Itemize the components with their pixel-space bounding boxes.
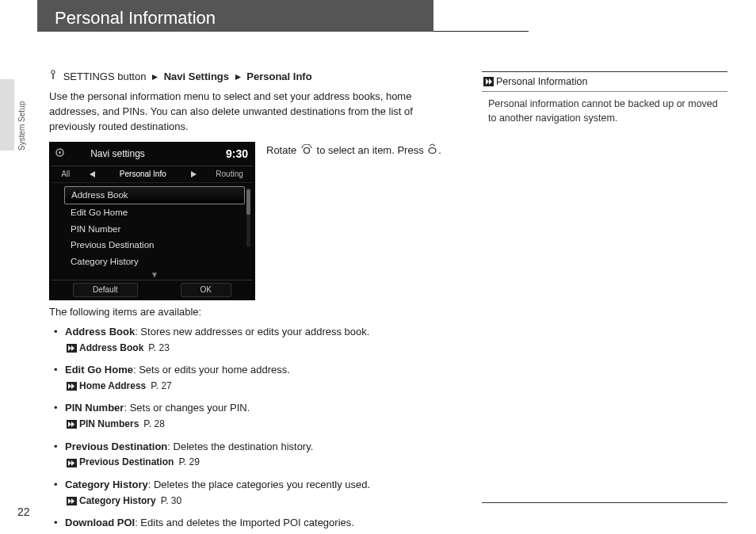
sidebar-body: Personal information cannot be backed up… (482, 92, 727, 130)
breadcrumb-step-2: Navi Settings (164, 71, 229, 82)
feature-list: Address Book: Stores new addresses or ed… (54, 325, 453, 534)
xref-icon (67, 382, 77, 391)
instruction-text: Rotate to select an item. Press . (266, 142, 453, 159)
svg-rect-1 (52, 74, 53, 79)
sidebar-title: Personal Information (496, 74, 587, 89)
page-header: Personal Information (37, 0, 529, 32)
chevron-left-icon (90, 169, 96, 181)
device-menu-item: PIN Number (64, 221, 245, 238)
svg-point-0 (52, 71, 55, 74)
device-tabs: All Personal Info Routing (52, 166, 253, 184)
rotate-dial-icon (300, 144, 313, 159)
triangle-right-icon (235, 74, 242, 81)
cross-reference: Previous DestinationP. 29 (67, 456, 453, 469)
svg-marker-2 (152, 74, 158, 80)
device-screenshot: Navi settings 9:30 All Personal Info Rou… (49, 142, 255, 300)
section-tab-label: System Setup (17, 101, 29, 151)
chevron-right-icon (190, 169, 197, 181)
device-menu-item: Category History (64, 254, 245, 270)
xref-icon (67, 344, 77, 353)
section-tab-bg (0, 79, 14, 151)
intro-paragraph: Use the personal information menu to sel… (49, 90, 453, 135)
breadcrumb-step-1: SETTINGS button (63, 71, 147, 82)
list-item: Address Book: Stores new addresses or ed… (54, 325, 453, 355)
cross-reference: Home AddressP. 27 (67, 380, 453, 393)
xref-icon (67, 459, 77, 467)
device-menu-item: Previous Destination (64, 237, 245, 254)
list-item: Edit Go Home: Sets or edits your home ad… (54, 363, 453, 393)
device-menu-list: Address Book Edit Go Home PIN Number Pre… (52, 183, 253, 279)
svg-marker-7 (191, 171, 197, 177)
svg-marker-6 (90, 171, 95, 177)
device-tab-center: Personal Info (115, 169, 171, 181)
press-dial-icon (427, 143, 437, 159)
page-title: Personal Information (37, 0, 433, 32)
cross-reference: PIN NumbersP. 28 (67, 418, 453, 431)
device-scrollbar (246, 188, 250, 247)
svg-marker-3 (235, 74, 241, 80)
sidebar-heading: Personal Information (482, 72, 727, 92)
list-intro: The following items are available: (49, 305, 453, 320)
settings-button-icon (49, 70, 57, 86)
xref-icon (67, 420, 77, 429)
device-tab-right: Routing (216, 169, 242, 181)
breadcrumb: SETTINGS button Navi Settings Personal I… (49, 70, 453, 86)
device-menu-item: Address Book (64, 186, 245, 204)
device-header-title: Navi settings (90, 147, 145, 161)
device-clock: 9:30 (226, 146, 248, 162)
device-menu-item: Edit Go Home (64, 204, 245, 221)
note-icon (483, 77, 494, 86)
list-item: Previous Destination: Deletes the destin… (54, 440, 453, 470)
device-default-button: Default (73, 283, 138, 298)
chevron-down-icon: ▼ (64, 272, 245, 278)
main-content: SETTINGS button Navi Settings Personal I… (49, 70, 453, 534)
triangle-right-icon (151, 74, 158, 81)
gear-icon (55, 147, 65, 162)
list-item: Category History: Deletes the place cate… (54, 478, 453, 508)
svg-point-8 (304, 147, 309, 153)
device-tab-left: All (61, 169, 70, 181)
cross-reference: Category HistoryP. 30 (67, 494, 453, 508)
xref-icon (67, 497, 77, 505)
svg-point-9 (429, 148, 436, 154)
header-rule (433, 31, 529, 32)
cross-reference: Address BookP. 23 (67, 341, 453, 355)
sidebar-note: Personal Information Personal informatio… (482, 71, 727, 503)
page-number: 22 (17, 504, 30, 520)
list-item: PIN Number: Sets or changes your PIN. PI… (54, 401, 453, 431)
svg-point-5 (59, 151, 61, 154)
list-item: Download POI: Edits and deletes the Impo… (54, 516, 453, 534)
device-ok-button: OK (181, 283, 231, 298)
breadcrumb-step-3: Personal Info (246, 71, 311, 82)
